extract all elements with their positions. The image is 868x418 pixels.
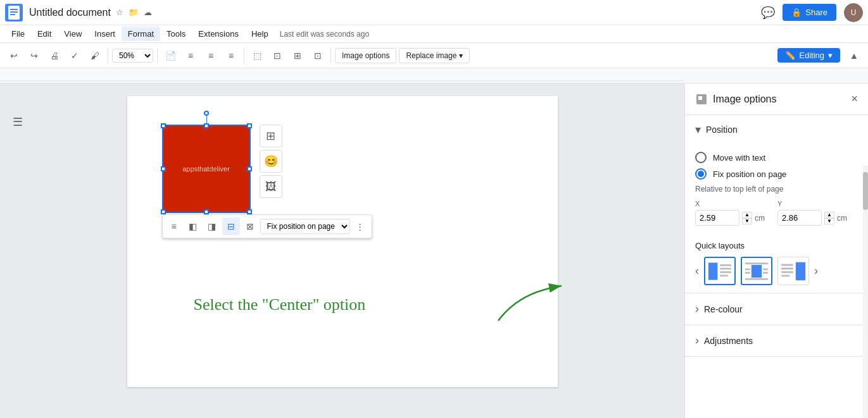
fix-position-option[interactable]: Fix position on page [695,168,858,180]
wrap-left-btn[interactable]: ◧ [184,218,202,235]
menu-format[interactable]: Format [122,27,160,41]
selected-image[interactable]: appsthatdeliver [162,125,251,213]
y-spinner: ▲ ▼ [824,212,834,224]
adjustments-title: Adjustments [704,336,753,346]
ruler [0,68,868,83]
panel-header: Image options × [685,83,868,115]
image-float-button[interactable]: 🖼 [260,175,282,198]
svg-rect-1 [10,9,18,10]
undo-button[interactable]: ↩ [5,47,23,65]
star-icon[interactable]: ☆ [116,8,123,17]
layout-option-3[interactable] [777,257,809,285]
page-view-btn[interactable]: 📄 [161,47,179,65]
print-button[interactable]: 🖨 [46,47,63,65]
add-float-button[interactable]: ⊞ [260,125,282,147]
fix-position-radio[interactable] [695,168,707,180]
handle-middle-right[interactable] [247,166,252,171]
menu-help[interactable]: Help [245,27,275,41]
paint-format-button[interactable]: 🖌 [86,47,104,65]
position-select[interactable]: Fix position on page [260,219,350,234]
layout-2-icon [744,259,769,283]
share-button[interactable]: 🔒 Share [783,4,836,21]
handle-bottom-right[interactable] [247,209,252,214]
svg-rect-3 [10,14,15,15]
menu-view[interactable]: View [58,27,88,41]
lock-icon: 🔒 [791,8,802,17]
border-btn[interactable]: ⬚ [248,47,266,65]
scroll-track[interactable] [863,166,868,418]
wrap-right-btn[interactable]: ◨ [203,218,221,235]
menu-file[interactable]: File [5,27,31,41]
position-chevron-icon: ▾ [695,123,701,137]
zoom-select[interactable]: 50% 75% 100% [112,49,153,63]
recolour-section[interactable]: › Re-colour [685,293,868,325]
align-btn[interactable]: ≡ [182,47,199,65]
folder-icon[interactable]: 📁 [129,8,139,17]
menu-extensions[interactable]: Extensions [192,27,245,41]
emoji-float-button[interactable]: 😊 [260,150,282,173]
scroll-thumb[interactable] [863,172,868,210]
redo-button[interactable]: ↪ [25,47,43,65]
y-label: Y [777,200,847,207]
recolour-title-container: › Re-colour [695,302,743,316]
list-btn[interactable]: ≡ [202,47,220,65]
move-with-text-radio[interactable] [695,152,707,163]
collapse-toolbar-button[interactable]: ▲ [845,47,863,65]
menu-bar: File Edit View Insert Format Tools Exten… [0,25,868,43]
image-more-button[interactable]: ⋮ [351,218,369,235]
inline-btn[interactable]: ⊟ [222,218,240,235]
layouts-prev-button[interactable]: ‹ [695,264,699,278]
image-options-toolbar-button[interactable]: Image options [335,48,396,63]
y-coord-group: Y ▲ ▼ cm [777,200,847,226]
cloud-icon[interactable]: ☁ [144,8,152,17]
panel-close-button[interactable]: × [851,92,858,106]
editing-mode-button[interactable]: ✏️ Editing ▾ [777,48,840,63]
image-label: appsthatdeliver [182,165,230,173]
handle-bottom-left[interactable] [161,209,166,214]
menu-tools[interactable]: Tools [160,27,192,41]
x-decrement-button[interactable]: ▼ [742,218,752,224]
handle-middle-left[interactable] [161,166,166,171]
wrap-none-btn[interactable]: ≡ [165,218,183,235]
move-with-text-option[interactable]: Move with text [695,152,858,163]
y-increment-button[interactable]: ▲ [824,212,834,218]
table-btn[interactable]: ⊞ [289,47,306,65]
svg-rect-24 [781,274,789,276]
menu-insert[interactable]: Insert [88,27,122,41]
annotation-arrow [492,283,568,327]
menu-edit[interactable]: Edit [31,27,58,41]
fix-position-label: Fix position on page [713,169,786,179]
image-container: appsthatdeliver ⊞ 😊 🖼 [162,125,251,213]
toolbar-divider-3 [244,48,244,63]
layouts-row: ‹ [695,257,858,285]
indent-btn[interactable]: ≡ [222,47,240,65]
comment-icon[interactable]: 💬 [761,6,775,20]
coord-row: X ▲ ▼ cm Y [695,200,858,226]
layout-option-1[interactable] [704,257,736,285]
top-handle-circle[interactable] [204,111,209,116]
layouts-next-button[interactable]: › [814,264,818,278]
handle-top-center[interactable] [204,123,209,128]
replace-image-button[interactable]: Replace image ▾ [399,48,470,63]
spell-check-button[interactable]: ✓ [66,47,84,65]
break-btn[interactable]: ⊠ [241,218,259,235]
handle-bottom-center[interactable] [204,209,209,214]
x-increment-button[interactable]: ▲ [742,212,752,218]
image-toolbar: ≡ ◧ ◨ ⊟ ⊠ Fix position on page ⋮ [162,214,372,238]
position-section-header[interactable]: ▾ Position [685,115,868,144]
layout-option-2[interactable] [741,257,772,285]
layout-1-icon [707,259,733,283]
svg-rect-16 [745,268,750,270]
x-input[interactable] [695,210,739,226]
handle-top-left[interactable] [161,123,166,128]
y-input[interactable] [777,210,822,226]
y-decrement-button[interactable]: ▼ [824,218,834,224]
svg-rect-15 [745,278,768,280]
crop-btn[interactable]: ⊡ [309,47,327,65]
svg-rect-7 [698,96,702,100]
adjustments-section[interactable]: › Adjustments [685,325,868,357]
wrap-btn[interactable]: ⊡ [268,47,286,65]
toolbar: ↩ ↪ 🖨 ✓ 🖌 50% 75% 100% 📄 ≡ ≡ ≡ ⬚ ⊡ ⊞ ⊡ I… [0,43,868,68]
handle-top-right[interactable] [247,123,252,128]
toolbar-divider-1 [108,48,108,63]
